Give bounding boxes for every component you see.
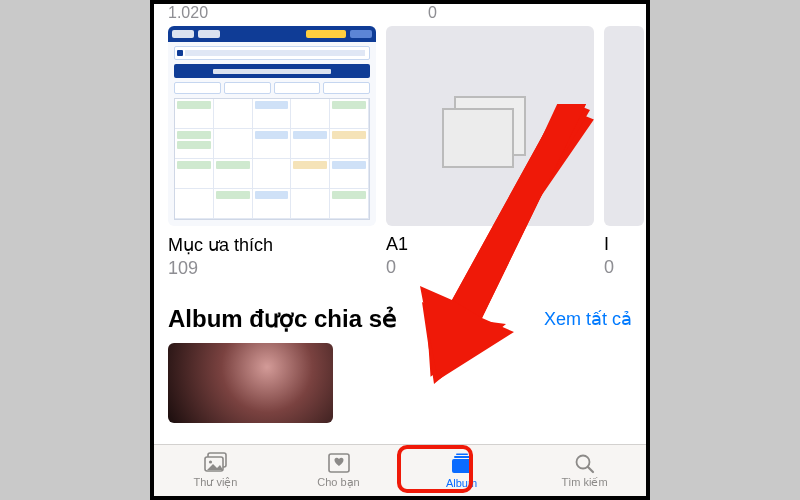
- tab-for-you[interactable]: Cho bạn: [277, 445, 400, 496]
- albums-icon: [449, 453, 475, 475]
- search-icon: [572, 452, 598, 474]
- for-you-icon: [326, 452, 352, 474]
- album-count: 0: [386, 257, 594, 278]
- tab-label: Cho bạn: [317, 476, 359, 489]
- my-albums-row: Mục ưa thích 109 A1 0 I 0: [154, 20, 646, 279]
- tab-bar: Thư viện Cho bạn Album Tìm kiếm: [154, 444, 646, 496]
- previous-row-counts: 1.020 0: [154, 4, 646, 20]
- album-title: Mục ưa thích: [168, 234, 376, 256]
- album-a1[interactable]: A1 0: [386, 26, 594, 279]
- svg-rect-4: [452, 459, 472, 473]
- album-count: 0: [604, 257, 644, 278]
- scroll-content[interactable]: 1.020 0: [154, 4, 646, 444]
- stack-icon: [454, 96, 526, 156]
- album-favorites-thumbnail: [168, 26, 376, 226]
- shared-album-item[interactable]: [168, 343, 333, 423]
- shared-albums-header: Album được chia sẻ Xem tất cả: [154, 279, 646, 343]
- prev-count-2: 0: [428, 4, 437, 20]
- svg-point-2: [208, 460, 211, 463]
- tab-albums[interactable]: Album: [400, 445, 523, 496]
- tab-label: Thư viện: [194, 476, 238, 489]
- prev-count-1: 1.020: [168, 4, 208, 20]
- tab-label: Tìm kiếm: [561, 476, 607, 489]
- album-title: I: [604, 234, 644, 255]
- svg-rect-5: [454, 456, 470, 458]
- tab-label: Album: [446, 477, 477, 489]
- shared-albums-heading: Album được chia sẻ: [168, 305, 397, 333]
- tab-library[interactable]: Thư viện: [154, 445, 277, 496]
- phone-screen: 1.020 0: [150, 0, 650, 500]
- tab-search[interactable]: Tìm kiếm: [523, 445, 646, 496]
- album-title: A1: [386, 234, 594, 255]
- album-next-thumbnail: [604, 26, 644, 226]
- album-count: 109: [168, 258, 376, 279]
- shared-albums-row: [154, 343, 646, 423]
- svg-rect-6: [456, 453, 468, 455]
- album-favorites[interactable]: Mục ưa thích 109: [168, 26, 376, 279]
- album-next-cut[interactable]: I 0: [604, 26, 644, 279]
- album-a1-thumbnail: [386, 26, 594, 226]
- svg-line-8: [588, 467, 593, 472]
- see-all-link[interactable]: Xem tất cả: [544, 308, 632, 330]
- photo-library-icon: [203, 452, 229, 474]
